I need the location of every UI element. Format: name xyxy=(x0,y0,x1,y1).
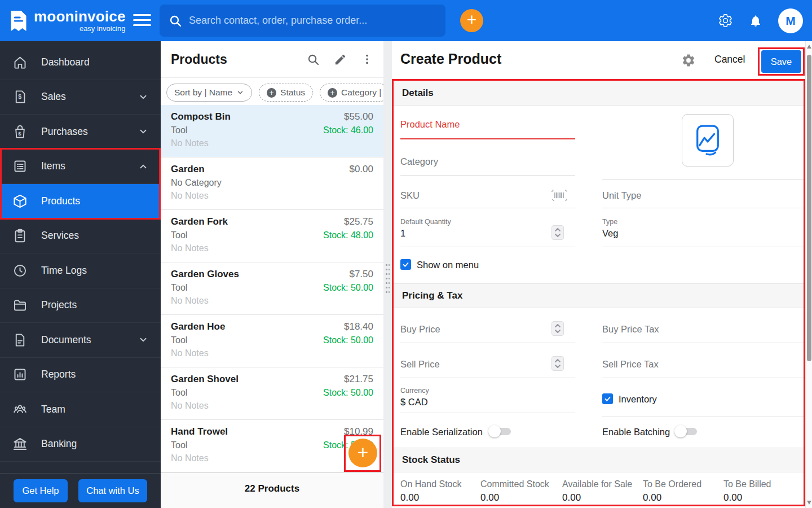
default-quantity-label: Default Quantity xyxy=(400,218,451,226)
product-image-upload[interactable] xyxy=(682,114,734,167)
kebab-menu-icon[interactable] xyxy=(361,53,373,65)
bar-chart-icon xyxy=(12,367,28,382)
settings-gear-icon[interactable] xyxy=(718,13,733,28)
stock-column-value: 0.00 xyxy=(723,492,742,503)
sidebar-item-reports[interactable]: Reports xyxy=(0,358,161,393)
chevron-down-icon xyxy=(138,92,148,102)
sidebar-item-documents[interactable]: Documents xyxy=(0,323,161,358)
folder-icon xyxy=(12,297,28,313)
enable-serialization-toggle[interactable] xyxy=(488,425,512,437)
sku-field[interactable]: SKU xyxy=(400,190,420,201)
list-search-icon[interactable] xyxy=(307,53,320,66)
sell-price-stepper[interactable] xyxy=(551,356,564,371)
sidebar-item-purchases[interactable]: $ Purchases xyxy=(0,115,161,150)
quantity-stepper[interactable] xyxy=(551,225,564,240)
sidebar-item-projects[interactable]: Projects xyxy=(0,288,161,323)
show-on-menu-checkbox[interactable] xyxy=(400,259,411,270)
app-logo[interactable]: mooninvoice easy invoicing xyxy=(8,9,126,33)
scrollbar-thumb[interactable] xyxy=(807,55,811,361)
sidebar-item-team[interactable]: Team xyxy=(0,392,161,427)
stock-column-label: Committed Stock xyxy=(480,479,549,489)
products-footer: 22 Products xyxy=(161,472,383,508)
sidebar-item-label: Products xyxy=(41,195,148,207)
default-quantity-value[interactable]: 1 xyxy=(400,228,405,239)
home-icon xyxy=(12,55,28,70)
add-button-topbar[interactable]: + xyxy=(460,9,483,32)
sku-underline xyxy=(400,208,575,208)
product-row[interactable]: Compost Bin Tool No Notes $55.00 Stock: … xyxy=(161,105,383,157)
add-product-fab[interactable]: + xyxy=(348,439,377,467)
global-search xyxy=(160,5,445,37)
sidebar-item-sales[interactable]: $ Sales xyxy=(0,80,161,115)
unit-type-field[interactable]: Unit Type xyxy=(602,190,641,201)
search-input[interactable] xyxy=(189,15,436,27)
product-row[interactable]: Garden Fork Tool No Notes $25.75 Stock: … xyxy=(161,210,383,262)
product-stock: Stock: 50.00 xyxy=(323,388,373,398)
clipboard-icon xyxy=(12,228,28,243)
enable-batching-toggle[interactable] xyxy=(674,425,698,437)
avatar[interactable]: M xyxy=(778,8,803,33)
enable-batching-label: Enable Batching xyxy=(602,427,670,437)
buy-price-stepper[interactable] xyxy=(551,321,564,336)
product-price: $18.40 xyxy=(323,321,373,332)
panel-splitter[interactable] xyxy=(383,41,392,508)
form-settings-gear-icon[interactable] xyxy=(681,53,696,68)
edit-pencil-icon[interactable] xyxy=(334,53,347,66)
barcode-scan-icon[interactable] xyxy=(551,189,567,202)
cancel-button[interactable]: Cancel xyxy=(714,54,745,65)
sell-price-tax-underline xyxy=(602,378,804,378)
category-underline xyxy=(400,175,575,176)
section-title: Details xyxy=(402,87,434,99)
product-name: Garden xyxy=(171,164,373,175)
product-row[interactable]: Garden Gloves Tool No Notes $7.50 Stock:… xyxy=(161,262,383,315)
sidebar-item-time-logs[interactable]: Time Logs xyxy=(0,253,161,288)
details-section-header: Details xyxy=(394,81,804,106)
sidebar-item-services[interactable]: Services xyxy=(0,219,161,254)
chat-with-us-button[interactable]: Chat with Us xyxy=(78,479,147,502)
hamburger-menu-icon[interactable] xyxy=(133,14,151,27)
sidebar-item-dashboard[interactable]: Dashboard xyxy=(0,45,161,80)
sidebar-item-banking[interactable]: Banking xyxy=(0,427,161,462)
plus-circle-icon: + xyxy=(267,88,276,98)
buy-price-field[interactable]: Buy Price xyxy=(400,324,440,335)
sell-price-tax-field[interactable]: Sell Price Tax xyxy=(602,359,659,370)
product-price: $10.99 xyxy=(323,426,373,437)
scroll-up-arrow-icon[interactable] xyxy=(807,45,811,49)
buy-price-tax-field[interactable]: Buy Price Tax xyxy=(602,324,659,335)
product-name-underline xyxy=(400,138,575,139)
save-button[interactable]: Save xyxy=(761,50,801,73)
stock-column-label: Available for Sale xyxy=(562,479,632,489)
product-notes: No Notes xyxy=(171,243,373,253)
type-value[interactable]: Veg xyxy=(602,228,618,239)
type-label: Type xyxy=(602,218,617,226)
category-chip-label: Category | xyxy=(341,87,381,98)
product-row[interactable]: Garden Hoe Tool No Notes $18.40 Stock: 5… xyxy=(161,315,383,367)
product-stock: Stock: 50.00 xyxy=(323,283,373,293)
stock-status-section-header: Stock Status xyxy=(394,448,804,472)
sidebar-divider xyxy=(0,473,161,474)
category-field[interactable]: Category xyxy=(400,156,438,167)
get-help-button[interactable]: Get Help xyxy=(14,479,68,502)
product-row[interactable]: Garden No Category No Notes $0.00 xyxy=(161,157,383,210)
status-filter-chip[interactable]: + Status xyxy=(259,84,313,102)
scroll-down-arrow-icon[interactable] xyxy=(807,501,811,505)
shopping-bag-icon: $ xyxy=(12,124,28,139)
product-name-field[interactable]: Product Name xyxy=(400,119,460,130)
notifications-bell-icon[interactable] xyxy=(749,14,762,28)
product-notes: No Notes xyxy=(171,138,373,148)
sell-price-field[interactable]: Sell Price xyxy=(400,359,440,370)
check-icon xyxy=(402,261,409,268)
image-placeholder-icon xyxy=(694,124,722,157)
sidebar-item-label: Time Logs xyxy=(41,265,148,277)
currency-value[interactable]: $ CAD xyxy=(400,397,428,408)
right-scrollbar[interactable] xyxy=(805,41,812,508)
product-row[interactable]: Garden Shovel Tool No Notes $21.75 Stock… xyxy=(161,367,383,420)
inventory-checkbox[interactable] xyxy=(602,393,613,404)
brand-name: mooninvoice xyxy=(34,9,126,24)
sidebar-item-label: Team xyxy=(41,404,148,415)
list-icon xyxy=(12,159,28,174)
category-filter-chip[interactable]: + Category | xyxy=(320,84,383,102)
sidebar-item-items[interactable]: Items xyxy=(0,150,161,185)
sidebar-item-products[interactable]: Products xyxy=(0,184,161,219)
sort-by-chip[interactable]: Sort by | Name xyxy=(166,84,252,102)
